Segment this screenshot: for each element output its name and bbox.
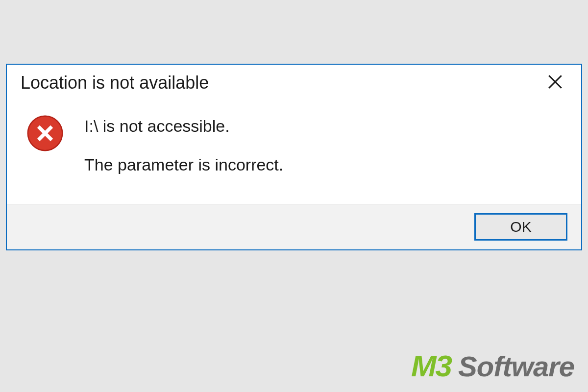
error-dialog: Location is not available I:\ is not acc…	[6, 64, 582, 250]
ok-button[interactable]: OK	[474, 213, 567, 241]
dialog-button-bar: OK	[7, 204, 581, 249]
dialog-title: Location is not available	[21, 73, 209, 93]
error-icon	[25, 114, 65, 153]
dialog-titlebar: Location is not available	[7, 65, 581, 93]
error-message-line1: I:\ is not accessible.	[84, 117, 283, 136]
dialog-message: I:\ is not accessible. The parameter is …	[84, 114, 283, 174]
watermark-brand-suffix: Software	[458, 350, 574, 383]
dialog-body: I:\ is not accessible. The parameter is …	[7, 93, 581, 204]
watermark-logo: M3 Software	[411, 348, 574, 383]
error-message-line2: The parameter is incorrect.	[84, 155, 283, 174]
watermark-brand-prefix: M3	[411, 348, 451, 383]
close-icon[interactable]	[543, 73, 567, 92]
